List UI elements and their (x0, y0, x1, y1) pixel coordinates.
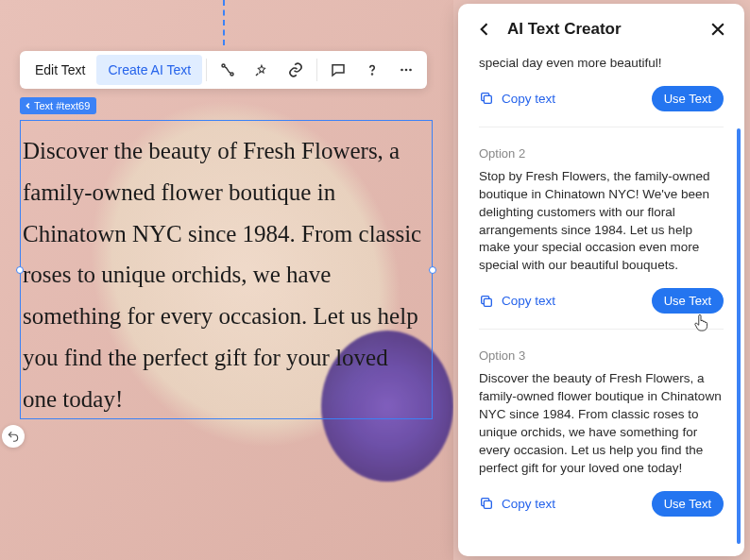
svg-point-5 (409, 69, 412, 72)
undo-button[interactable] (2, 425, 25, 448)
svg-point-2 (372, 74, 373, 75)
option-3-label: Option 3 (479, 348, 724, 363)
text-toolbar: Edit Text Create AI Text (20, 51, 427, 89)
copy-label: Copy text (502, 294, 555, 308)
resize-handle-right[interactable] (429, 266, 436, 274)
help-icon[interactable] (355, 55, 389, 85)
svg-rect-7 (484, 298, 491, 306)
create-ai-text-button[interactable]: Create AI Text (96, 55, 202, 85)
option-3-block: Option 3 Discover the beauty of Fresh Fl… (479, 330, 724, 531)
separator (316, 59, 317, 81)
svg-point-0 (222, 64, 225, 67)
scrollbar-thumb[interactable] (737, 128, 741, 544)
copy-label: Copy text (502, 92, 555, 106)
back-button[interactable] (475, 20, 494, 39)
canvas-text-content: Discover the beauty of Fresh Flowers, a … (23, 138, 421, 412)
use-text-button[interactable]: Use Text (652, 491, 724, 517)
svg-point-3 (401, 69, 403, 72)
copy-text-button[interactable]: Copy text (479, 294, 555, 309)
option-2-block: Option 2 Stop by Fresh Flowers, the fami… (479, 127, 724, 330)
option-1-text: special day even more beautiful! (479, 55, 724, 73)
alignment-guide (223, 0, 225, 45)
svg-point-1 (230, 73, 233, 76)
comment-icon[interactable] (321, 55, 355, 85)
animation-icon[interactable] (245, 55, 279, 85)
option-1-block: special day even more beautiful! Copy te… (479, 55, 724, 127)
more-icon[interactable] (389, 55, 423, 85)
copy-label: Copy text (502, 497, 555, 511)
close-button[interactable] (708, 20, 727, 39)
resize-handle-left[interactable] (16, 266, 24, 274)
element-label-chip[interactable]: Text #text69 (20, 97, 96, 114)
panel-title: AI Text Creator (507, 20, 695, 39)
link-icon[interactable] (279, 55, 313, 85)
use-text-button[interactable]: Use Text (652, 288, 724, 314)
copy-text-button[interactable]: Copy text (479, 91, 555, 106)
panel-body[interactable]: special day even more beautiful! Copy te… (458, 55, 744, 556)
selected-text-element[interactable]: Discover the beauty of Fresh Flowers, a … (20, 120, 433, 419)
use-text-button[interactable]: Use Text (652, 86, 724, 111)
ai-text-creator-panel: AI Text Creator special day even more be… (458, 4, 744, 556)
panel-header: AI Text Creator (458, 4, 744, 55)
copy-text-button[interactable]: Copy text (479, 496, 555, 511)
path-tool-icon[interactable] (211, 55, 245, 85)
option-2-text: Stop by Fresh Flowers, the family-owned … (479, 168, 724, 275)
svg-rect-6 (484, 96, 491, 104)
separator (206, 59, 207, 81)
element-label-text: Text #text69 (34, 100, 90, 111)
svg-point-4 (405, 69, 408, 72)
svg-rect-8 (484, 501, 491, 508)
option-3-text: Discover the beauty of Fresh Flowers, a … (479, 370, 724, 477)
option-2-label: Option 2 (479, 146, 724, 161)
edit-text-button[interactable]: Edit Text (24, 55, 96, 85)
